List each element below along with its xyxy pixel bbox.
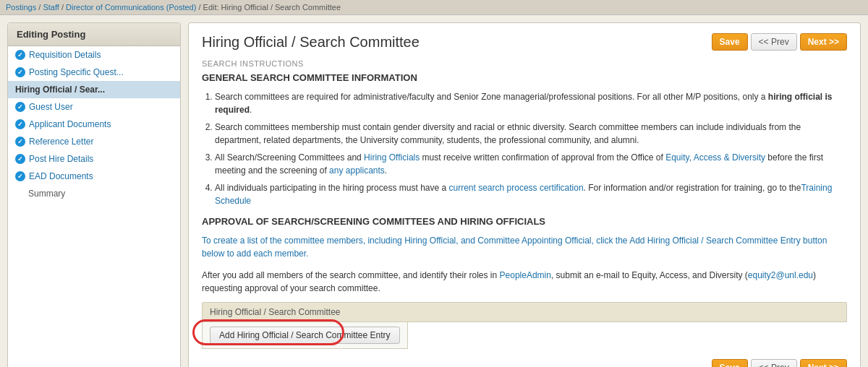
sidebar-item-posting-specific[interactable]: Posting Specific Quest... [8,64,180,81]
approval-heading: APPROVAL OF SEARCH/SCREENING COMMITTEES … [202,216,847,227]
save-button-top[interactable]: Save [712,33,748,51]
sidebar-item-ead-docs[interactable]: EAD Documents [8,168,180,185]
check-icon [15,50,25,60]
breadcrumb: Postings / Staff / Director of Communica… [0,0,868,15]
list-item: Search committees are required for admin… [215,90,847,116]
check-icon [15,102,25,112]
check-icon [15,171,25,181]
general-heading: GENERAL SEARCH COMMITTEE INFORMATION [202,72,847,83]
table-header: Hiring Official / Search Committee [202,302,847,322]
peopleadmin-link[interactable]: PeopleAdmin [500,270,551,280]
next-button-bottom[interactable]: Next >> [800,359,847,367]
add-button-container: Add Hiring Official / Search Committee E… [202,322,408,349]
check-icon [15,154,25,164]
sidebar-item-summary[interactable]: Summary [8,185,180,202]
check-icon [15,67,25,77]
sidebar-item-requisition[interactable]: Requisition Details [8,46,180,64]
approval-section: APPROVAL OF SEARCH/SCREENING COMMITTEES … [202,216,847,260]
header-buttons: Save << Prev Next >> [712,33,847,51]
hiring-officials-link[interactable]: Hiring Officials [364,152,420,163]
sidebar-item-guest-user[interactable]: Guest User [8,98,180,116]
after-add-note: After you add all members of the search … [202,269,847,295]
approval-desc: To create a list of the committee member… [202,234,847,260]
info-list: Search committees are required for admin… [215,90,847,207]
list-item: Search committees membership must contai… [215,121,847,147]
equity-email-link[interactable]: equity2@unl.edu [748,270,813,280]
sidebar-item-reference-letter[interactable]: Reference Letter [8,133,180,150]
hiring-official-inline-link[interactable]: Hiring Official [404,236,456,246]
breadcrumb-current: Edit: Hiring Official / Search Committee [203,3,341,12]
prev-button-top[interactable]: << Prev [751,33,797,51]
add-hiring-official-button[interactable]: Add Hiring Official / Search Committee E… [210,327,400,344]
sidebar-item-hiring-official[interactable]: Hiring Official / Sear... [8,81,180,98]
equity-link[interactable]: Equity, Access & Diversity [665,152,765,163]
list-item: All individuals participating in the hir… [215,181,847,207]
content-area: Hiring Official / Search Committee Save … [188,22,861,367]
sidebar-item-post-hire[interactable]: Post Hire Details [8,150,180,168]
certification-link[interactable]: current search process certification [449,183,584,193]
sidebar-item-applicant-docs[interactable]: Applicant Documents [8,116,180,133]
prev-button-bottom[interactable]: << Prev [751,359,797,367]
breadcrumb-postings[interactable]: Postings [6,3,36,12]
page-header: Hiring Official / Search Committee Save … [202,33,847,51]
list-item: All Search/Screening Committees and Hiri… [215,151,847,177]
footer-buttons: Save << Prev Next >> [202,359,847,367]
sidebar-title: Editing Posting [8,23,180,46]
breadcrumb-director[interactable]: Director of Communications (Posted) [66,3,196,12]
breadcrumb-staff[interactable]: Staff [43,3,59,12]
page-title: Hiring Official / Search Committee [202,34,420,51]
table-section: Hiring Official / Search Committee Add H… [202,302,847,349]
check-icon [15,119,25,129]
next-button-top[interactable]: Next >> [800,33,847,51]
search-instructions-label: SEARCH INSTRUCTIONS [202,59,847,68]
save-button-bottom[interactable]: Save [712,359,748,367]
check-icon [15,137,25,147]
applicants-link[interactable]: any applicants [329,165,385,176]
sidebar: Editing Posting Requisition Details Post… [7,22,181,367]
